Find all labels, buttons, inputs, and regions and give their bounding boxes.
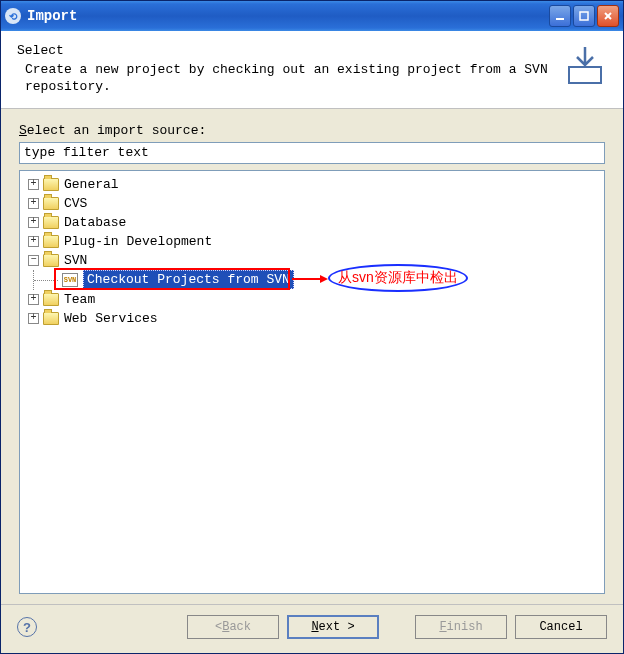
svg-rect-0	[556, 18, 564, 20]
tree-item-label: Checkout Projects from SVN	[83, 270, 294, 289]
tree-item-label: CVS	[64, 196, 87, 211]
folder-icon	[43, 216, 59, 229]
annotation-arrow	[292, 278, 322, 280]
folder-icon	[43, 178, 59, 191]
expand-icon[interactable]: +	[28, 217, 39, 228]
annotation-ellipse: 从svn资源库中检出	[328, 264, 468, 292]
button-bar: ? < Back Next > Finish Cancel	[1, 604, 623, 653]
back-button[interactable]: < Back	[187, 615, 279, 639]
cancel-button[interactable]: Cancel	[515, 615, 607, 639]
tree-item-label: Web Services	[64, 311, 158, 326]
annotation-arrow-head	[320, 275, 328, 283]
expand-icon[interactable]: +	[28, 294, 39, 305]
collapse-icon[interactable]: −	[28, 255, 39, 266]
tree-item-web-services[interactable]: + Web Services	[22, 309, 602, 328]
source-label: Select an import source:	[19, 123, 605, 138]
filter-input[interactable]	[19, 142, 605, 164]
expand-icon[interactable]: +	[28, 198, 39, 209]
window-title: Import	[27, 8, 549, 24]
tree-item-label: Database	[64, 215, 126, 230]
folder-icon	[43, 254, 59, 267]
header-description: Create a new project by checking out an …	[17, 62, 553, 96]
tree-item-team[interactable]: + Team	[22, 290, 602, 309]
tree-item-label: Team	[64, 292, 95, 307]
maximize-button[interactable]	[573, 5, 595, 27]
folder-icon	[43, 235, 59, 248]
folder-icon	[43, 293, 59, 306]
header-title: Select	[17, 43, 553, 58]
tree-item-database[interactable]: + Database	[22, 213, 602, 232]
wizard-body: Select an import source: + General + CVS…	[1, 109, 623, 604]
minimize-button[interactable]	[549, 5, 571, 27]
app-icon: ⟲	[5, 8, 21, 24]
tree-item-svn[interactable]: − SVN	[22, 251, 602, 270]
tree-item-cvs[interactable]: + CVS	[22, 194, 602, 213]
tree-item-plugin-dev[interactable]: + Plug-in Development	[22, 232, 602, 251]
tree-item-label: Plug-in Development	[64, 234, 212, 249]
annotation-text: 从svn资源库中检出	[338, 269, 458, 287]
svg-rect-4	[569, 67, 601, 83]
close-button[interactable]	[597, 5, 619, 27]
expand-icon[interactable]: +	[28, 313, 39, 324]
svg-rect-1	[580, 12, 588, 20]
folder-icon	[43, 312, 59, 325]
finish-button[interactable]: Finish	[415, 615, 507, 639]
help-icon[interactable]: ?	[17, 617, 37, 637]
next-button[interactable]: Next >	[287, 615, 379, 639]
expand-icon[interactable]: +	[28, 236, 39, 247]
tree-item-checkout-svn[interactable]: SVN Checkout Projects from SVN	[22, 270, 602, 290]
titlebar: ⟲ Import	[1, 1, 623, 31]
folder-icon	[43, 197, 59, 210]
import-source-tree[interactable]: + General + CVS + Database + Plug-in Dev…	[19, 170, 605, 594]
svn-icon: SVN	[62, 273, 78, 287]
tree-item-label: SVN	[64, 253, 87, 268]
expand-icon[interactable]: +	[28, 179, 39, 190]
wizard-header: Select Create a new project by checking …	[1, 31, 623, 109]
tree-item-label: General	[64, 177, 119, 192]
tree-item-general[interactable]: + General	[22, 175, 602, 194]
import-icon	[563, 43, 607, 87]
